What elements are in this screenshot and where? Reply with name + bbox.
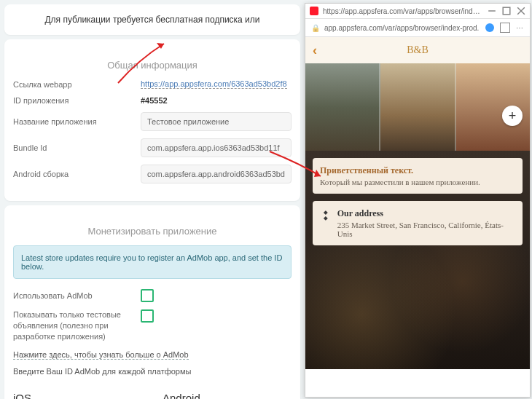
test-ads-checkbox[interactable] — [141, 309, 154, 323]
platform-ios: iOS — [13, 392, 31, 399]
bundle-id-label: Bundle Id — [13, 143, 141, 152]
address-title: Our address — [337, 208, 515, 219]
browser-window: https://app.appsfera.com/var/apps/browse… — [305, 3, 531, 398]
app-title: B&B — [407, 44, 429, 56]
minimize-icon[interactable] — [488, 7, 496, 15]
subscription-notice: Для публикации требуется бесплатная подп… — [4, 4, 300, 35]
hero-image-3[interactable] — [456, 63, 530, 151]
app-id-value: #45552 — [141, 96, 168, 105]
admob-learn-more-link[interactable]: Нажмите здесь, чтобы узнать больше о AdM… — [13, 350, 189, 360]
menu-icon[interactable]: ⋯ — [516, 24, 524, 32]
address-url: app.appsfera.com/var/apps/browser/index-… — [324, 24, 485, 32]
app-name-label: Название приложения — [13, 117, 141, 126]
maximize-icon[interactable] — [502, 7, 511, 15]
address-icon — [320, 210, 332, 221]
use-admob-checkbox[interactable] — [141, 289, 154, 302]
platform-android: Android — [163, 392, 200, 399]
hero-image-2[interactable] — [380, 63, 455, 151]
app-header: ‹ B&B — [305, 37, 530, 63]
enter-admob-id-text: Введите Ваш ID AdMob для каждой платформ… — [13, 367, 292, 376]
shield-icon[interactable] — [485, 23, 494, 32]
app-id-label: ID приложения — [13, 96, 141, 105]
app-name-input[interactable] — [141, 112, 292, 131]
bundle-id-input[interactable] — [141, 138, 292, 157]
admob-alert: Latest store updates require you to regi… — [13, 245, 292, 279]
webapp-link[interactable]: https://app.appsfera.com/6363ad53bd2f8 — [141, 79, 287, 89]
use-admob-label: Использовать AdMob — [13, 291, 141, 300]
close-icon[interactable] — [517, 7, 525, 15]
general-info-card: Общая информация Ссылка webapp https://a… — [4, 39, 300, 201]
lock-icon: 🔒 — [311, 24, 320, 32]
android-build-input[interactable] — [141, 165, 292, 183]
hero-image-1[interactable] — [305, 63, 380, 151]
svg-rect-0 — [503, 7, 510, 15]
back-button[interactable]: ‹ — [313, 43, 317, 58]
opera-icon — [310, 7, 318, 15]
address-text: 235 Market Street, San Francisco, Califo… — [337, 221, 515, 238]
add-button[interactable]: + — [502, 106, 523, 126]
titlebar: https://app.appsfera.com/var/apps/browse… — [305, 4, 530, 19]
extensions-icon[interactable] — [500, 23, 510, 33]
section-title-monetize: Монетизировать приложение — [13, 226, 292, 237]
window-url: https://app.appsfera.com/var/apps/browse… — [323, 7, 482, 15]
webapp-link-label: Ссылка webapp — [13, 80, 141, 89]
monetize-card: Монетизировать приложение Latest store u… — [4, 205, 300, 399]
android-build-label: Android сборка — [13, 170, 141, 178]
welcome-box: Приветственный текст. Который мы размест… — [313, 158, 523, 194]
address-box[interactable]: Our address 235 Market Street, San Franc… — [313, 201, 523, 245]
app-content: Приветственный текст. Который мы размест… — [305, 151, 530, 369]
welcome-title: Приветственный текст. — [320, 165, 515, 176]
welcome-text: Который мы разместили в нашем приложении… — [320, 178, 515, 186]
section-title-general: Общая информация — [13, 60, 292, 71]
address-bar[interactable]: 🔒 app.appsfera.com/var/apps/browser/inde… — [305, 19, 530, 37]
hero-gallery[interactable]: + — [305, 63, 530, 151]
test-ads-label: Показывать только тестовые объявления (п… — [13, 309, 141, 342]
